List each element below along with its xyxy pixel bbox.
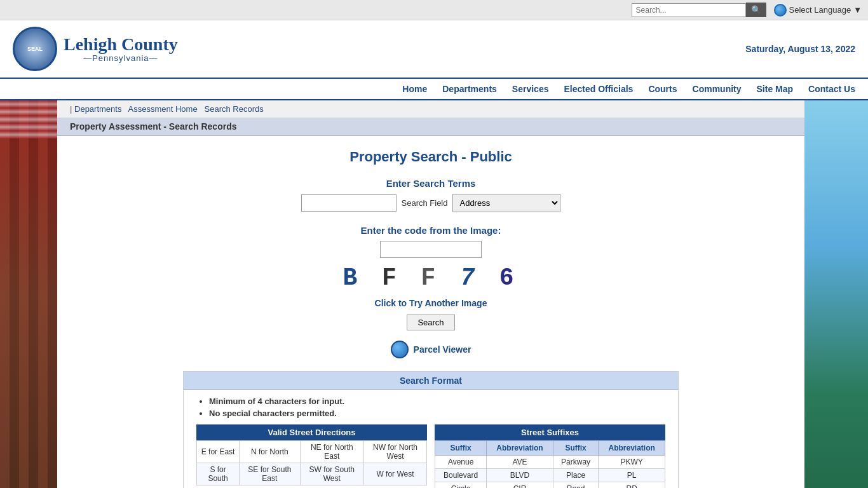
parcel-viewer-link[interactable]: Parcel Viewer (70, 341, 792, 358)
table-cell: S for South (197, 463, 240, 485)
table-cell: Parkway (553, 456, 599, 469)
captcha-image: B F F 7 6 (70, 264, 792, 292)
table-cell: Place (553, 469, 599, 482)
captcha-char-2: F (362, 264, 402, 292)
language-label: Select Language (789, 5, 851, 15)
table-cell: E for East (197, 441, 240, 463)
flag-hint (0, 100, 57, 139)
nav-contact[interactable]: Contact Us (808, 84, 855, 94)
table-cell: Circle (435, 482, 487, 489)
captcha-char-3: F (402, 264, 441, 292)
site-name-block: Lehigh County —Pennsylvania— (64, 36, 178, 63)
col-suffix2: Suffix (553, 441, 599, 456)
breadcrumb-search-records[interactable]: Search Records (205, 104, 264, 114)
bullet-1: Minimum of 4 characters for input. (209, 396, 344, 406)
captcha-char-5: 6 (480, 264, 519, 292)
table-cell: AVE (487, 456, 553, 469)
table-cell: NE for North East (300, 441, 363, 463)
content-area: Property Search - Public Enter Search Te… (57, 136, 804, 488)
table-cell: Road (553, 482, 599, 489)
breadcrumb-assessment[interactable]: Assessment Home (128, 104, 198, 114)
right-bg-decoration (804, 100, 868, 488)
nav-departments[interactable]: Departments (442, 84, 497, 94)
table-cell: BLVD (487, 469, 553, 482)
street-suf-header: Street Suffixes (435, 424, 665, 440)
top-search-input[interactable] (632, 3, 746, 17)
table-cell: RD (599, 482, 665, 489)
page-title: Property Assessment - Search Records (70, 121, 236, 132)
search-format-list: Minimum of 4 characters for input. No sp… (196, 396, 665, 418)
table-cell: Boulevard (435, 469, 487, 482)
breadcrumb: | Departments Assessment Home Search Rec… (57, 100, 804, 118)
table-row: S for South SE for South East SW for Sou… (197, 463, 427, 485)
breadcrumb-sep: | (70, 104, 72, 114)
search-field-label: Search Field (402, 198, 448, 208)
table-cell: PKWY (599, 456, 665, 469)
search-field-select[interactable]: Address Owner Name PIN Street Name (452, 194, 560, 212)
table-cell: PL (599, 469, 665, 482)
search-input[interactable] (301, 194, 397, 212)
search-button[interactable]: Search (407, 315, 454, 330)
language-selector[interactable]: Select Language ▼ (774, 4, 862, 17)
table-row: E for East N for North NE for North East… (197, 441, 427, 463)
seal-text: SEAL (27, 46, 43, 52)
tables-row: Valid Street Directions E for East N for… (196, 424, 665, 488)
page-title-bar: Property Assessment - Search Records (57, 118, 804, 136)
list-item: Minimum of 4 characters for input. (209, 396, 665, 406)
top-search-button[interactable]: 🔍 (746, 3, 766, 17)
nav-community[interactable]: Community (693, 84, 742, 94)
street-suf-data-table: Suffix Abbreviation Suffix Abbreviation … (435, 440, 665, 488)
top-search-box: 🔍 (632, 3, 766, 17)
street-directions-table: Valid Street Directions E for East N for… (196, 424, 427, 488)
nav-elected[interactable]: Elected Officials (564, 84, 633, 94)
parcel-viewer-label: Parcel Viewer (414, 344, 471, 355)
nav-services[interactable]: Services (512, 84, 549, 94)
top-bar: 🔍 Select Language ▼ (0, 0, 868, 20)
main-content: | Departments Assessment Home Search Rec… (57, 100, 804, 488)
bullet-2: No special characters permitted. (209, 409, 337, 418)
table-cell: SE for South East (240, 463, 300, 485)
street-dir-data-table: E for East N for North NE for North East… (196, 440, 427, 485)
breadcrumb-departments[interactable]: Departments (74, 104, 121, 114)
logo-area: SEAL Lehigh County —Pennsylvania— (13, 27, 178, 71)
col-abbr1: Abbreviation (487, 441, 553, 456)
nav-sitemap[interactable]: Site Map (757, 84, 794, 94)
captcha-section-label: Enter the code from the Image: (70, 225, 792, 236)
table-cell: W for West (364, 463, 427, 485)
left-bg-decoration (0, 100, 57, 488)
table-cell: N for North (240, 441, 300, 463)
table-row: Circle CIR Road RD (435, 482, 665, 489)
search-terms-label: Enter Search Terms (70, 178, 792, 189)
search-format-body: Minimum of 4 characters for input. No sp… (184, 390, 678, 488)
try-another-image-link[interactable]: Click to Try Another Image (70, 298, 792, 308)
col-abbr2: Abbreviation (599, 441, 665, 456)
table-cell: SW for South West (300, 463, 363, 485)
page-wrapper: | Departments Assessment Home Search Rec… (0, 100, 868, 488)
nav-courts[interactable]: Courts (648, 84, 677, 94)
navigation: Home Departments Services Elected Offici… (0, 79, 868, 100)
site-sub: —Pennsylvania— (64, 53, 178, 63)
table-cell: Avenue (435, 456, 487, 469)
search-format-section: Search Format Minimum of 4 characters fo… (183, 371, 679, 488)
site-name: Lehigh County (64, 36, 178, 53)
table-cell: NW for North West (364, 441, 427, 463)
captcha-input[interactable] (380, 241, 482, 258)
captcha-char-1: B (342, 264, 362, 292)
table-cell: CIR (487, 482, 553, 489)
street-dir-header: Valid Street Directions (196, 424, 427, 440)
language-arrow: ▼ (853, 5, 862, 15)
street-suffixes-table: Street Suffixes Suffix Abbreviation Suff… (435, 424, 665, 488)
nav-home[interactable]: Home (402, 84, 427, 94)
table-row: Boulevard BLVD Place PL (435, 469, 665, 482)
main-heading: Property Search - Public (70, 149, 792, 165)
search-row: Search Field Address Owner Name PIN Stre… (70, 194, 792, 212)
header-date: Saturday, August 13, 2022 (745, 44, 855, 54)
site-seal: SEAL (13, 27, 57, 71)
table-header-row: Suffix Abbreviation Suffix Abbreviation (435, 441, 665, 456)
site-header: SEAL Lehigh County —Pennsylvania— Saturd… (0, 20, 868, 79)
captcha-char-4: 7 (440, 264, 480, 292)
search-format-header: Search Format (184, 372, 678, 390)
header-right: Saturday, August 13, 2022 (745, 44, 855, 54)
globe-icon (774, 4, 787, 17)
list-item: No special characters permitted. (209, 409, 665, 418)
